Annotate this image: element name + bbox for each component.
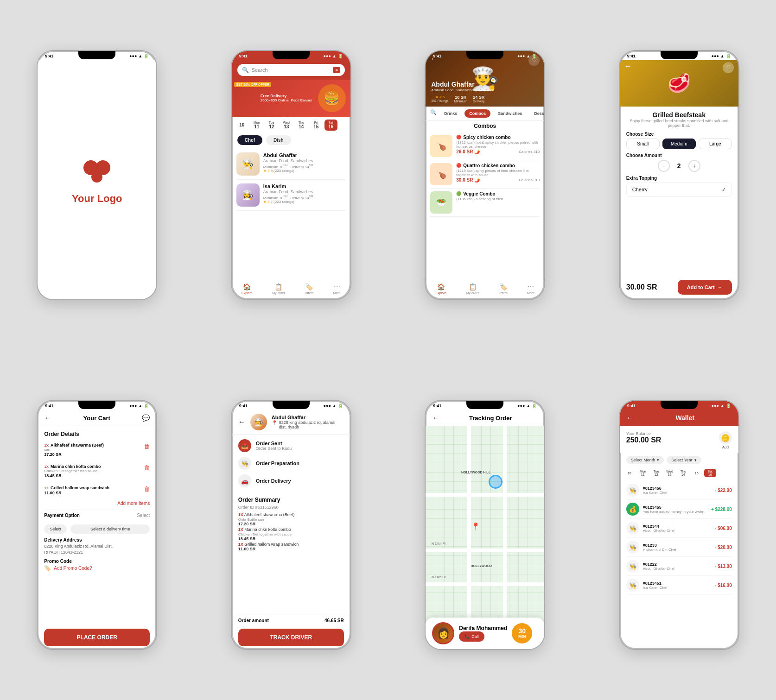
item-price: 30.00 SR [626, 283, 657, 291]
wday-15[interactable]: 15 [691, 471, 703, 476]
delivery-time-btn[interactable]: Select a delivery time [70, 524, 150, 534]
promo-link[interactable]: Add Promo Code? [54, 566, 92, 571]
track-driver-btn[interactable]: TRACK DRIVER [238, 629, 344, 646]
add-to-cart-btn[interactable]: Add to Cart → [678, 280, 732, 295]
trans-id-1: #0123456 [643, 486, 711, 491]
back-btn-6[interactable]: ← [238, 418, 246, 426]
order-address-6: 📍 8228 king abdulaziz rd, alamal dist, r… [272, 420, 344, 429]
add-circle: 🪙 [719, 431, 732, 444]
delete-btn-2[interactable]: 🗑 [144, 464, 150, 471]
day-12[interactable]: Tue 12 [265, 120, 278, 131]
hero-stats: ★ 4.5 351 Ratings 10 SR Minimum 14 SR De… [431, 95, 539, 103]
nav-offers-3[interactable]: 🏷️ Offers [499, 283, 508, 295]
trans-id-3: #012344 [643, 524, 711, 529]
wday-10[interactable]: 10 [623, 471, 636, 476]
cat-combos[interactable]: Combos [464, 109, 490, 118]
cat-dess[interactable]: Dess [529, 109, 544, 118]
step-name-1: Order Sent [256, 441, 292, 446]
combo-cal-1: Calories 310 [519, 150, 540, 154]
heart-icon-4[interactable]: ♡ [723, 62, 734, 73]
cart-price-2: 18.45 SR [44, 473, 144, 478]
payment-select[interactable]: Select [137, 513, 150, 518]
stat-min: 10 SR Minimum [454, 95, 467, 103]
day-10[interactable]: 10 [235, 121, 248, 129]
year-filter[interactable]: Select Year ▾ [667, 456, 701, 464]
map-grid [426, 426, 544, 649]
nav-more-3[interactable]: ⋯ More [527, 283, 534, 295]
back-btn-5[interactable]: ← [44, 414, 51, 422]
search-bar[interactable]: 🔍 Search ≡ [237, 64, 345, 76]
month-filter[interactable]: Select Month ▾ [626, 456, 664, 464]
decrease-btn[interactable]: − [658, 160, 670, 172]
size-medium[interactable]: Medium [662, 139, 696, 149]
day-16[interactable]: Sat 16 [324, 120, 337, 131]
day-13[interactable]: Wed 13 [280, 120, 293, 131]
wday-11[interactable]: Mon 11 [637, 469, 649, 477]
day-11[interactable]: Mon 11 [250, 120, 263, 131]
combo-2[interactable]: 🍗 🔴 Quattro chicken combo (1319 kcal) sp… [430, 160, 540, 189]
place-order-btn[interactable]: PLACE ORDER [44, 629, 150, 646]
trans-amount-4: - $20.00 [715, 545, 732, 550]
delete-btn-3[interactable]: 🗑 [144, 486, 150, 492]
search-cat-icon[interactable]: 🔍 [430, 109, 437, 118]
wday-16[interactable]: Sat 16 [704, 469, 716, 477]
increase-btn[interactable]: + [688, 160, 700, 172]
time-3: 9:41 [433, 54, 441, 58]
add-more-link[interactable]: Add more items [44, 501, 150, 506]
nav-explore-3[interactable]: 🏠 Explore [435, 283, 446, 295]
cat-drinks[interactable]: Drinks [439, 109, 462, 118]
promo-row: 🏷️ Add Promo Code? [44, 565, 150, 571]
combo-1[interactable]: 🍗 🔴 Spicy chicken combo (1312 kcal) hot … [430, 132, 540, 160]
tab-dish[interactable]: Dish [266, 135, 291, 145]
amount-label: Choose Amount [626, 153, 732, 158]
back-btn-8[interactable]: ← [626, 414, 634, 422]
driver-bubble: 👩 Derifa Mohammed 📞 Call 30 MIN [426, 618, 544, 649]
add-btn[interactable]: 🪙 Add [719, 431, 732, 449]
nav-offers[interactable]: 🏷️ Offers [305, 283, 313, 295]
wday-13[interactable]: Wed 13 [664, 469, 676, 477]
topping-row[interactable]: Cherry ✓ [626, 183, 732, 197]
chat-icon[interactable]: 💬 [142, 414, 150, 422]
combo-info-1: 🔴 Spicy chicken combo (1312 kcal) hot & … [456, 135, 540, 154]
wallet-title: Wallet [638, 414, 732, 422]
day-15[interactable]: Fri 15 [310, 120, 323, 131]
time-5: 9:41 [45, 404, 53, 408]
topping-label: Extra Topping [626, 176, 732, 181]
back-arrow-4[interactable]: ← [624, 62, 632, 70]
trans-name-2: You have added money in your wallet [643, 510, 707, 514]
hero-chef-sub: Arabian Food, Sandwiches, Fast Food [431, 88, 539, 92]
promo-icon: 🏷️ [44, 565, 51, 571]
hot-dot-2: 🔴 [456, 163, 461, 168]
map-pin: 📍 [471, 522, 480, 531]
summary-item-3: 1X Grilled hallom wrap sandwich 11.00 SR [238, 542, 344, 551]
status-icons-6: ●●● ▲ 🔋 [324, 404, 343, 408]
delivery-select-tag[interactable]: Select [44, 524, 67, 534]
size-large[interactable]: Large [699, 139, 732, 149]
trans-name-6: Isa Karim Chef [643, 586, 711, 590]
logo-screen: Your Logo [38, 60, 156, 299]
wday-12[interactable]: Tue 12 [650, 469, 662, 477]
day-14[interactable]: Thu 14 [295, 120, 308, 131]
restaurant-card-1[interactable]: 👨‍🍳 Abdul Ghaffar Arabian Food, Sandwich… [236, 149, 346, 180]
map-glow [489, 475, 502, 489]
nav-myorder[interactable]: 📋 My order [272, 283, 285, 295]
cat-sandwiches[interactable]: Sandwiches [493, 109, 527, 118]
trans-5: 👨‍🍳 #01222 Abdul Ghaffar Chef - $13.00 [626, 557, 732, 576]
back-btn-7[interactable]: ← [432, 414, 439, 422]
tab-chef[interactable]: Chef [237, 135, 262, 145]
wday-14[interactable]: Thu 14 [677, 469, 689, 477]
trans-icon-1: 👨‍🍳 [626, 484, 639, 497]
nav-myorder-3[interactable]: 📋 My order [466, 283, 479, 295]
time-6: 9:41 [239, 404, 248, 408]
combo-3[interactable]: 🥗 🟢 Veggie Combo (1185 kcal) a serving o… [430, 189, 540, 217]
nav-explore[interactable]: 🏠 Explore [242, 283, 253, 295]
size-small[interactable]: Small [626, 139, 660, 149]
delivery-row: Select Select a delivery time [44, 524, 150, 534]
delete-btn-1[interactable]: 🗑 [144, 443, 150, 450]
filter-icon[interactable]: ≡ [333, 67, 340, 73]
cart-header: ← Your Cart 💬 [38, 410, 156, 426]
restaurant-card-2[interactable]: 👩‍🍳 Isa Karim Arabian Food, Sandwiches M… [236, 180, 346, 211]
call-btn[interactable]: 📞 Call [459, 631, 484, 642]
notch8 [661, 401, 698, 409]
nav-more[interactable]: ⋯ More [333, 283, 341, 295]
